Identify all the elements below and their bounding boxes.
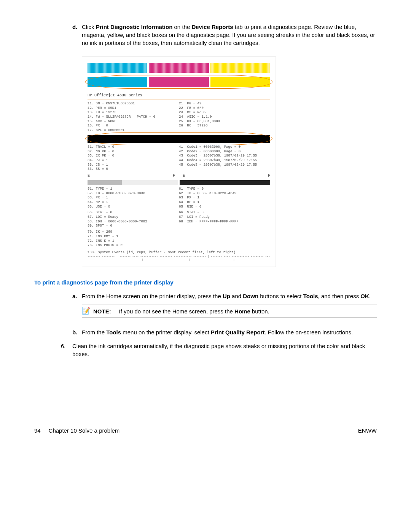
- step-letter-b: b.: [72, 328, 82, 336]
- step-d: d. Click Print Diagnostic Information on…: [72, 23, 377, 47]
- highlight-oval-top: [85, 75, 272, 89]
- color-bars-row: [88, 63, 270, 73]
- footer-chapter: Chapter 10 Solve a problem: [49, 427, 120, 434]
- footer-right: ENWW: [358, 427, 377, 435]
- ef-labels: EF EF: [88, 173, 270, 179]
- diag-block-5-left: 70. IK = 269 71. INS CMY = 1 72. INS K =…: [88, 230, 179, 248]
- step-d-text: Click Print Diagnostic Information on th…: [82, 23, 377, 47]
- note-box: 📝 NOTE: If you do not see the Home scree…: [82, 305, 377, 318]
- ink-level-bars: [88, 180, 270, 185]
- footer-page-number: 94: [34, 427, 41, 434]
- step-number-6: 6.: [61, 342, 72, 350]
- page-footer: 94 Chapter 10 Solve a problem ENWW: [34, 427, 377, 435]
- step-6: 6. Clean the ink cartridges automaticall…: [61, 342, 377, 358]
- diag-block-1-right: 21. PG = 49 22. FB = 0/0 23. MS = NADA 2…: [179, 102, 270, 128]
- diag-block-1-left: 11. SN = CN97U1U6870501 12. PER = 05D1 1…: [88, 102, 179, 133]
- step-letter-a: a.: [72, 292, 82, 300]
- step-6-text: Clean the ink cartridges automatically, …: [72, 342, 377, 358]
- diag-block-2-left: 31. TRAIL = 0 32. NO PK = 0 33. EX PK = …: [88, 145, 179, 172]
- diag-system-events: 100. System Events (id, reps, buffer - m…: [88, 250, 270, 255]
- step-a-text: From the Home screen on the printer disp…: [82, 292, 377, 323]
- step-b: b. From the Tools menu on the printer di…: [72, 328, 377, 336]
- section-heading: To print a diagnostics page from the pri…: [34, 278, 377, 286]
- note-icon: 📝: [82, 307, 90, 314]
- diag-block-4-right: 66. STAT = 0 67. LOI = Ready 68. IDH = F…: [179, 211, 270, 224]
- diag-tiny-left: -------- -------- | ------- ---- -------…: [88, 255, 179, 261]
- magenta-bar: [149, 63, 209, 73]
- step-b-text: From the Tools menu on the printer displ…: [82, 328, 377, 336]
- diag-block-3-right: 61. TYPE = 0 62. ID = 0556-D1E0-822D-434…: [179, 187, 270, 209]
- diag-block-4-left: 56. STAT = 0 57. LOI = Ready 58. IDH = 0…: [88, 211, 179, 228]
- diag-block-3-left: 51. TYPE = 1 52. ID = 0000-5160-8670-B83…: [88, 187, 179, 209]
- highlight-oval-black: [85, 132, 272, 145]
- diag-block-2-right: 41. Code1 = 00063900, Page = 0 42. Code2…: [179, 145, 270, 167]
- diagnostic-page-diagram: HP Officejet 4630 series 11. SN = CN97U1…: [82, 56, 276, 267]
- step-letter-d: d.: [72, 23, 82, 31]
- step-a: a. From the Home screen on the printer d…: [72, 292, 377, 323]
- yellow-bar: [210, 63, 270, 73]
- diag-product-name: HP Officejet 4630 series: [88, 92, 270, 99]
- cyan-bar: [88, 63, 147, 73]
- solid-color-bars-row: [88, 77, 270, 87]
- diag-tiny-right: -------- -------- | ------- ---- -------…: [179, 255, 270, 261]
